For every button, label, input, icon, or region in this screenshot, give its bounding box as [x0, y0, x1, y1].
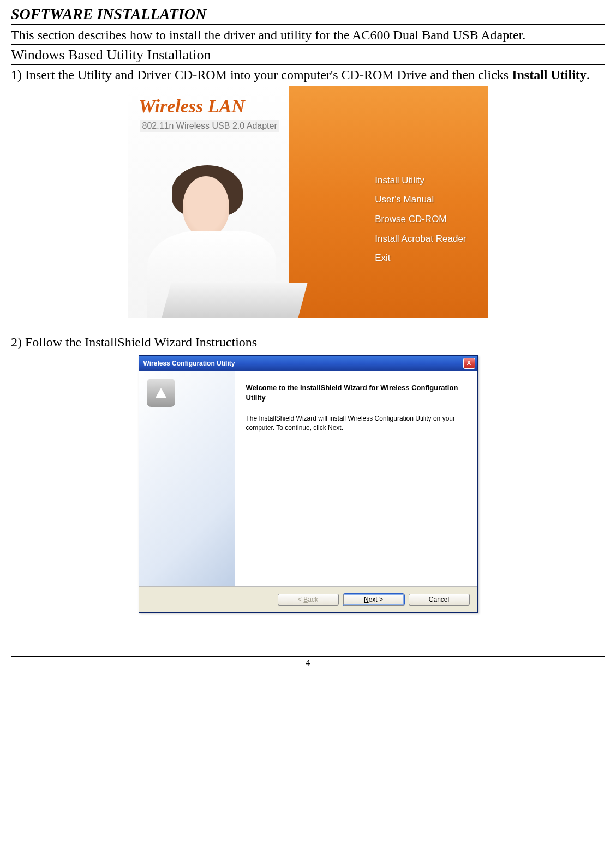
cd-menu-users-manual[interactable]: User's Manual — [375, 190, 466, 209]
next-button[interactable]: Next > — [343, 594, 404, 606]
cd-person-image — [128, 154, 286, 318]
installshield-logo-icon — [147, 379, 175, 407]
wizard-content: Welcome to the InstallShield Wizard for … — [235, 371, 477, 586]
installshield-wizard-dialog: Wireless Configuration Utility X Welcome… — [139, 355, 478, 613]
cd-menu-browse-cdrom[interactable]: Browse CD-ROM — [375, 209, 466, 229]
back-prefix: < — [298, 596, 303, 603]
next-rest: ext > — [369, 596, 383, 603]
wizard-description: The InstallShield Wizard will install Wi… — [246, 414, 467, 432]
cd-brand-title: Wireless LAN — [139, 96, 245, 117]
step-1-text-suffix: . — [587, 68, 590, 82]
wizard-sidebar — [139, 371, 235, 586]
triangle-icon — [156, 388, 166, 398]
sub-section-title: Windows Based Utility Installation — [11, 47, 605, 65]
wizard-welcome-heading: Welcome to the InstallShield Wizard for … — [246, 383, 467, 402]
back-button: < Back — [278, 594, 339, 606]
cd-menu-exit[interactable]: Exit — [375, 248, 466, 268]
wizard-titlebar: Wireless Configuration Utility X — [139, 356, 477, 371]
step-2: 2) Follow the InstallShield Wizard Instr… — [11, 334, 605, 350]
cd-brand-subtitle: 802.11n Wireless USB 2.0 Adapter — [140, 120, 279, 132]
person-laptop — [162, 283, 307, 318]
step-1-text-prefix: 1) Insert the Utility and Driver CD-ROM … — [11, 68, 512, 82]
step-1: 1) Insert the Utility and Driver CD-ROM … — [11, 67, 605, 83]
section-title: SOFTWARE INSTALLATION — [11, 5, 605, 25]
cd-menu-install-acrobat[interactable]: Install Acrobat Reader — [375, 229, 466, 249]
intro-text: This section describes how to install th… — [11, 27, 605, 45]
wizard-title-text: Wireless Configuration Utility — [143, 360, 235, 367]
step-1-text-bold: Install Utility — [512, 68, 587, 82]
cd-menu: Install Utility User's Manual Browse CD-… — [375, 171, 466, 268]
wizard-footer: < Back Next > Cancel — [139, 586, 477, 612]
back-rest: ack — [308, 596, 318, 603]
person-head — [183, 176, 229, 236]
cd-menu-install-utility[interactable]: Install Utility — [375, 171, 466, 190]
cd-autorun-screenshot: Wireless LAN 802.11n Wireless USB 2.0 Ad… — [128, 86, 488, 318]
page-number: 4 — [11, 656, 605, 668]
next-underline: N — [364, 596, 369, 603]
close-button[interactable]: X — [463, 358, 475, 369]
wizard-body: Welcome to the InstallShield Wizard for … — [139, 371, 477, 586]
cancel-button[interactable]: Cancel — [409, 594, 470, 606]
